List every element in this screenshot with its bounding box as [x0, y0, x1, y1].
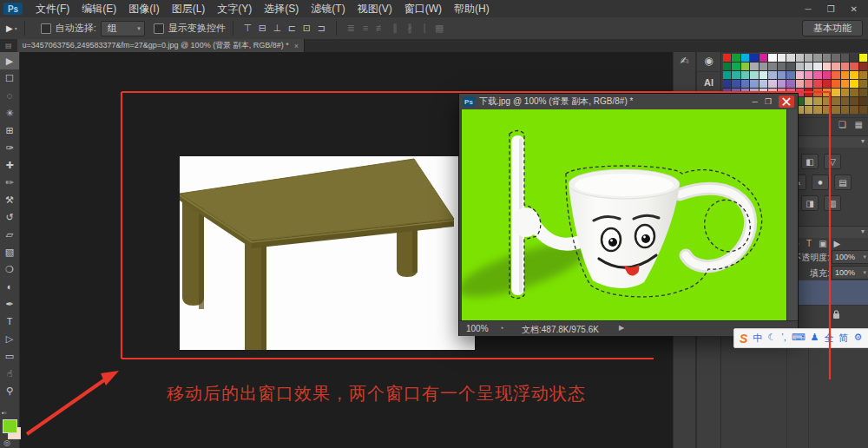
swatch[interactable]	[832, 97, 839, 105]
swatch[interactable]	[850, 63, 858, 70]
ime-item[interactable]: ⌨	[792, 332, 806, 345]
swatch[interactable]	[841, 97, 849, 105]
cup-document-canvas[interactable]	[462, 109, 786, 320]
ime-item[interactable]: ⚙	[853, 332, 862, 345]
swatch[interactable]	[786, 63, 794, 70]
quick-mask-icon[interactable]: ◎	[3, 438, 10, 447]
swatch[interactable]	[805, 89, 812, 96]
swatch[interactable]	[768, 80, 776, 88]
gradient-tool[interactable]: ▧	[0, 243, 19, 260]
menu-item[interactable]: 滤镜(T)	[305, 0, 351, 17]
menu-item[interactable]: 视图(V)	[352, 0, 398, 17]
swatch[interactable]	[760, 63, 767, 70]
brush-tool[interactable]: ✏	[0, 174, 19, 191]
swatch[interactable]	[859, 106, 867, 114]
swatch[interactable]	[750, 71, 758, 79]
status-play-icon[interactable]: ▶	[619, 324, 624, 332]
swatch[interactable]	[732, 80, 740, 88]
new-swatch-icon[interactable]: ❏	[838, 120, 846, 129]
swatch[interactable]	[859, 54, 867, 62]
delete-swatch-icon[interactable]: ▦	[855, 120, 863, 129]
menu-item[interactable]: 选择(S)	[258, 0, 305, 17]
swatch[interactable]	[760, 80, 767, 88]
adjustment-icon[interactable]: ⚫	[812, 175, 829, 190]
layer-filter-icon[interactable]: T	[806, 239, 812, 248]
hand-tool[interactable]: ☝	[0, 365, 19, 382]
swatch[interactable]	[859, 89, 867, 96]
menu-item[interactable]: 编辑(E)	[76, 0, 122, 17]
swatch[interactable]	[813, 71, 821, 79]
swatch[interactable]	[832, 63, 839, 70]
swatch[interactable]	[841, 54, 849, 62]
swatch[interactable]	[723, 71, 731, 79]
lasso-tool[interactable]: ◌	[0, 87, 19, 104]
swatch[interactable]	[732, 54, 740, 62]
swatch[interactable]	[823, 106, 831, 114]
sogou-logo-icon[interactable]: S	[740, 332, 747, 346]
swatch[interactable]	[859, 80, 867, 88]
swatch[interactable]	[732, 63, 740, 70]
swatch[interactable]	[823, 80, 831, 88]
ime-item[interactable]: ☾	[767, 332, 776, 345]
swatch[interactable]	[832, 106, 839, 114]
swatch[interactable]	[832, 54, 839, 62]
crop-tool[interactable]: ⊞	[0, 122, 19, 139]
swatch[interactable]	[813, 80, 821, 88]
swatch[interactable]	[850, 54, 858, 62]
eyedropper-tool[interactable]: ✑	[0, 139, 19, 156]
ime-item[interactable]: ♟	[811, 332, 819, 345]
clone-stamp-tool[interactable]: ⚒	[0, 191, 19, 208]
swatch[interactable]	[823, 54, 831, 62]
zoom-tool[interactable]: ⚲	[0, 382, 19, 399]
default-colors-icon[interactable]: ▪▫	[2, 409, 7, 417]
swatch[interactable]	[741, 54, 749, 62]
auto-select-dropdown[interactable]: 组 ▾	[101, 21, 145, 36]
auto-select-checkbox[interactable]	[41, 23, 51, 34]
quick-select-tool[interactable]: ✳	[0, 104, 19, 122]
marquee-tool[interactable]: ☐	[0, 69, 19, 87]
layer-filter-icon[interactable]: ▶	[834, 239, 841, 248]
swatch[interactable]	[741, 80, 749, 88]
swatch[interactable]	[859, 63, 867, 70]
move-tool-preset-icon[interactable]: ▶	[6, 23, 13, 33]
swatch[interactable]	[859, 71, 867, 79]
swatch[interactable]	[796, 71, 804, 79]
float-minimize-button[interactable]: ─	[753, 97, 758, 106]
clone-source-panel-icon[interactable]: ◉	[697, 49, 720, 71]
layer-filter-icon[interactable]: ▣	[819, 239, 826, 248]
menu-item[interactable]: 帮助(H)	[448, 0, 496, 17]
app-minimize-button[interactable]: ─	[806, 4, 812, 14]
blur-tool[interactable]: ❍	[0, 260, 19, 278]
adjustment-icon[interactable]: ▥	[824, 195, 841, 211]
align-right-icon[interactable]: ⊐	[314, 23, 329, 34]
foreground-color-swatch[interactable]	[3, 419, 17, 433]
pen-tool[interactable]: ✒	[0, 295, 19, 313]
swatch[interactable]	[813, 54, 821, 62]
swatch[interactable]	[823, 63, 831, 70]
swatch[interactable]	[778, 54, 786, 62]
document-tab[interactable]: u=3457063756,249583377&fm=27&gp=0.jpg @ …	[17, 39, 305, 52]
swatch[interactable]	[813, 89, 821, 96]
type-tool[interactable]: T	[0, 313, 19, 330]
workspace-button[interactable]: 基本功能	[802, 20, 863, 36]
character-styles-panel-icon[interactable]: Al	[697, 71, 720, 93]
swatch[interactable]	[723, 54, 731, 62]
swatch[interactable]	[768, 63, 776, 70]
swatch[interactable]	[786, 71, 794, 79]
adjustment-icon[interactable]: ▤	[834, 175, 852, 190]
ime-item[interactable]: 简	[838, 332, 848, 345]
zoom-level-field[interactable]: 100%	[466, 324, 489, 333]
adjustment-icon[interactable]: ◧	[801, 154, 819, 169]
swatch[interactable]	[796, 63, 804, 70]
swatch[interactable]	[805, 63, 812, 70]
floating-document-window[interactable]: Ps 下载.jpg @ 100% (背景 副本, RGB/8#) * ─ ❐ ✕	[458, 93, 799, 336]
swatch[interactable]	[768, 71, 776, 79]
tab-close-icon[interactable]: ×	[294, 42, 299, 50]
path-select-tool[interactable]: ▷	[0, 330, 19, 347]
floating-window-titlebar[interactable]: Ps 下载.jpg @ 100% (背景 副本, RGB/8#) * ─ ❐ ✕	[459, 94, 798, 109]
adjustment-icon[interactable]: ▽	[824, 154, 841, 169]
swatch[interactable]	[841, 106, 849, 114]
swatch[interactable]	[805, 97, 812, 105]
history-panel-icon[interactable]: ✍	[674, 49, 695, 71]
shape-tool[interactable]: ▭	[0, 347, 19, 365]
